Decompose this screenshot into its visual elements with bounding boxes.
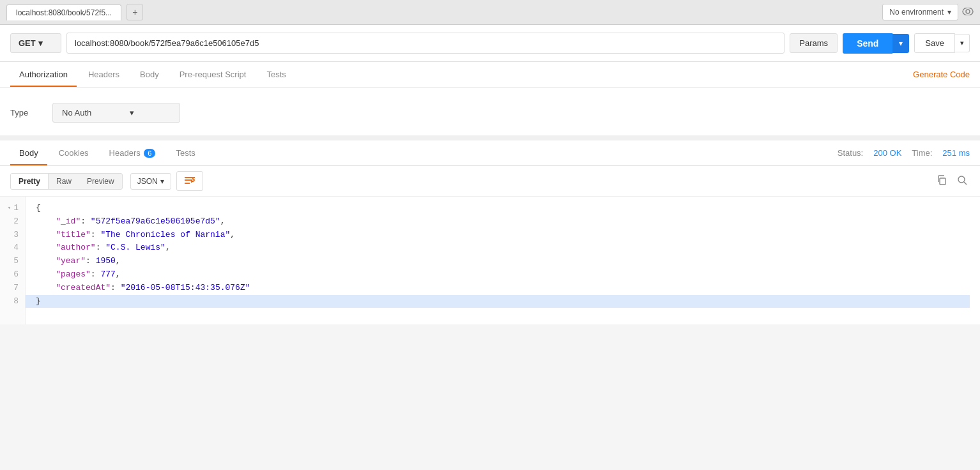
method-selector[interactable]: GET (10, 33, 61, 53)
send-button[interactable]: Send (843, 33, 892, 54)
params-label: Params (799, 38, 828, 48)
search-button[interactable] (954, 172, 970, 190)
svg-line-7 (964, 182, 967, 185)
resp-tab-tests[interactable]: Tests (167, 140, 204, 165)
code-line-6: "pages": 777, (36, 268, 970, 282)
search-icon (957, 175, 967, 185)
time-label: Time: (912, 148, 932, 158)
tab-authorization[interactable]: Authorization (10, 62, 77, 87)
auth-section: Type No Auth (0, 87, 980, 140)
request-bar: GET Params Send Save (0, 25, 980, 62)
tab-tests[interactable]: Tests (257, 62, 295, 87)
json-chevron-icon (160, 177, 164, 186)
type-label: Type (10, 108, 42, 118)
method-label: GET (19, 38, 36, 48)
headers-badge: 6 (144, 149, 155, 158)
format-preview-button[interactable]: Preview (79, 174, 122, 189)
eye-icon (962, 8, 974, 15)
tab-label: localhost:8080/book/572f5... (16, 8, 112, 17)
request-tabs: Authorization Headers Body Pre-request S… (0, 62, 980, 87)
auth-chevron-icon (130, 108, 134, 118)
environment-dropdown[interactable]: No environment (882, 4, 958, 20)
svg-rect-5 (940, 178, 946, 185)
save-button[interactable]: Save (914, 33, 955, 53)
code-line-2: "_id": "572f5ea79a6c1e506105e7d5", (36, 215, 970, 229)
svg-point-1 (966, 10, 970, 13)
send-group: Send (843, 33, 909, 54)
wrap-lines-button[interactable] (176, 171, 203, 191)
format-group: Pretty Raw Preview (10, 173, 123, 190)
method-chevron-icon (38, 38, 43, 48)
params-button[interactable]: Params (790, 33, 838, 53)
save-dropdown-button[interactable] (955, 34, 970, 52)
send-dropdown-button[interactable] (892, 34, 909, 53)
code-line-3: "title": "The Chronicles of Narnia", (36, 229, 970, 242)
tab-headers[interactable]: Headers (79, 62, 128, 87)
copy-button[interactable] (934, 172, 949, 190)
status-info: Status: 200 OK Time: 251 ms (838, 148, 970, 158)
format-raw-button[interactable]: Raw (49, 174, 79, 189)
save-group: Save (914, 33, 970, 53)
send-chevron-icon (899, 39, 903, 48)
code-area: ▾1 2 3 4 5 6 7 8 { "_id": "572f5ea79a6c1… (0, 197, 980, 324)
wrap-icon (183, 175, 196, 185)
tab-pre-request-script[interactable]: Pre-request Script (171, 62, 256, 87)
copy-icon (937, 175, 947, 185)
code-line-7: "createdAt": "2016-05-08T15:43:35.076Z" (36, 282, 970, 295)
line-numbers: ▾1 2 3 4 5 6 7 8 (0, 197, 26, 324)
generate-code-button[interactable]: Generate Code (913, 70, 970, 79)
code-line-4: "author": "C.S. Lewis", (36, 241, 970, 255)
toolbar-right (934, 172, 970, 190)
auth-type-row: Type No Auth (10, 103, 970, 123)
tab-body[interactable]: Body (131, 62, 168, 87)
auth-type-value: No Auth (62, 108, 91, 118)
resp-tab-headers[interactable]: Headers 6 (100, 140, 165, 165)
auth-type-dropdown[interactable]: No Auth (52, 103, 180, 123)
svg-point-0 (963, 8, 973, 15)
svg-point-6 (958, 176, 965, 183)
environment-label: No environment (889, 8, 944, 17)
save-chevron-icon (960, 39, 964, 47)
chevron-down-icon (947, 8, 951, 17)
code-line-5: "year": 1950, (36, 255, 970, 268)
url-input[interactable] (66, 33, 785, 54)
top-bar: localhost:8080/book/572f5... + No enviro… (0, 0, 980, 25)
env-selector: No environment (882, 4, 974, 20)
code-line-1: { (36, 202, 970, 215)
add-tab-button[interactable]: + (126, 4, 143, 20)
resp-tab-cookies[interactable]: Cookies (50, 140, 98, 165)
resp-tab-body[interactable]: Body (10, 140, 47, 165)
code-line-8: } (26, 295, 970, 308)
json-format-dropdown[interactable]: JSON (130, 173, 171, 190)
response-section: Body Cookies Headers 6 Tests Status: 200… (0, 140, 980, 324)
status-label: Status: (838, 148, 863, 158)
response-tabs: Body Cookies Headers 6 Tests Status: 200… (0, 140, 980, 166)
status-value: 200 OK (873, 148, 901, 158)
request-tab[interactable]: localhost:8080/book/572f5... (6, 4, 121, 20)
time-value: 251 ms (942, 148, 970, 158)
format-pretty-button[interactable]: Pretty (11, 174, 49, 189)
collapse-arrow-1: ▾ (8, 204, 11, 213)
body-toolbar: Pretty Raw Preview JSON (0, 166, 980, 197)
eye-button[interactable] (962, 6, 974, 18)
code-content: { "_id": "572f5ea79a6c1e506105e7d5", "ti… (26, 197, 980, 324)
